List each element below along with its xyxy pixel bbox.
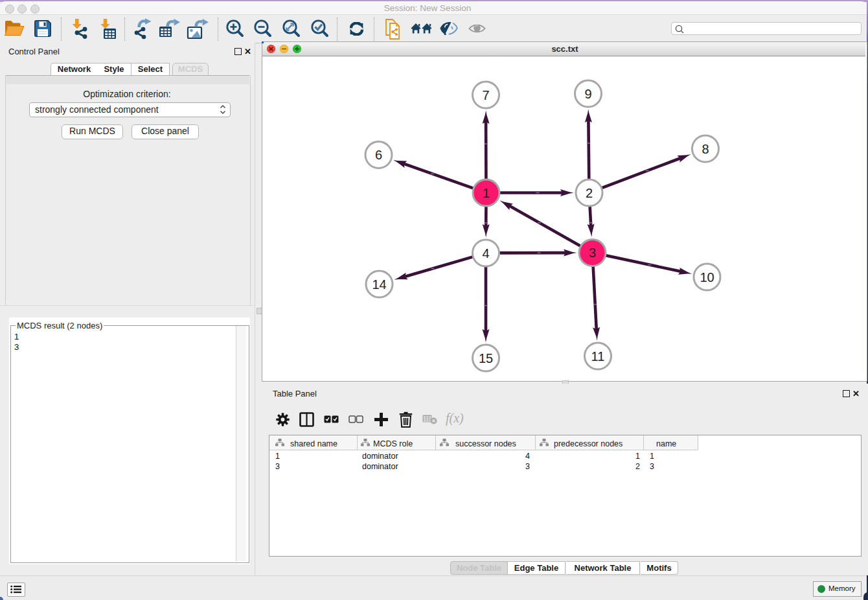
svg-text:11: 11 xyxy=(591,349,605,363)
svg-text:7: 7 xyxy=(482,88,489,102)
svg-text:10: 10 xyxy=(700,270,714,284)
svg-text:4: 4 xyxy=(482,246,489,260)
svg-text:3: 3 xyxy=(589,246,596,260)
svg-text:15: 15 xyxy=(479,351,493,365)
svg-text:14: 14 xyxy=(372,277,386,292)
svg-text:1: 1 xyxy=(483,186,490,200)
svg-text:2: 2 xyxy=(586,186,593,200)
svg-text:8: 8 xyxy=(702,142,709,156)
svg-text:6: 6 xyxy=(375,148,382,162)
svg-text:9: 9 xyxy=(584,87,591,101)
